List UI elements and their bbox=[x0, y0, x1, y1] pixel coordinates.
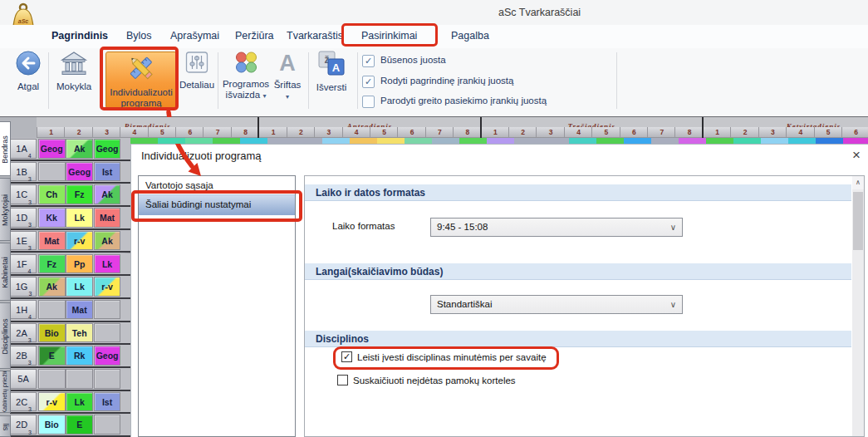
lesson-card-fz[interactable]: Fz bbox=[66, 184, 93, 204]
windows-mode-dropdown[interactable]: Standartiškai ∨ bbox=[430, 295, 683, 314]
close-icon[interactable]: × bbox=[847, 147, 866, 164]
school-button[interactable]: Mokykla bbox=[51, 50, 97, 92]
class-label-1C[interactable]: 1C3 bbox=[10, 184, 37, 204]
scroll-up-icon[interactable]: ∧ bbox=[852, 176, 864, 189]
checkbox-unchecked-icon[interactable] bbox=[362, 96, 375, 108]
lesson-card-geog[interactable]: Geog bbox=[94, 346, 121, 366]
dialog-checkbox-label[interactable]: Leisti įvesti disciplinas minutėmis per … bbox=[357, 352, 547, 362]
customize-program-button[interactable]: Individualizuoti programą bbox=[105, 52, 177, 109]
ruler-pencil-icon bbox=[106, 53, 176, 86]
dialog-checkbox-checked-icon[interactable]: ✓ bbox=[341, 351, 352, 362]
lesson-card-rk[interactable]: Rk bbox=[66, 346, 93, 366]
lesson-card-mat[interactable]: Mat bbox=[94, 208, 121, 228]
lesson-card-ist[interactable]: Ist bbox=[94, 392, 121, 412]
section-heading-time: Laiko ir datos formatas bbox=[305, 184, 851, 201]
dialog-list-item-selected[interactable]: Šaliai būdingi nustatymai bbox=[139, 194, 295, 215]
font-button[interactable]: A Šriftas ▾ bbox=[268, 50, 306, 102]
class-label-1E[interactable]: 1E3 bbox=[10, 231, 37, 251]
sidetab-disciplinos[interactable]: Disciplinos bbox=[0, 302, 11, 369]
lesson-card-ak[interactable]: Ak bbox=[94, 231, 121, 251]
sidetab-bendras[interactable]: Bendras bbox=[0, 121, 11, 176]
class-label-1F[interactable]: 1F4 bbox=[10, 254, 37, 274]
class-label-1A[interactable]: 1A4 bbox=[10, 139, 37, 159]
lesson-card-kk[interactable]: Kk bbox=[38, 208, 66, 228]
menu-tab-tvarkaraštis[interactable]: Tvarkaraštis bbox=[287, 30, 343, 42]
lesson-card-fz[interactable]: Fz bbox=[38, 254, 66, 274]
dropdown-arrow-icon: ▾ bbox=[262, 92, 266, 100]
checkbox-checked-icon[interactable]: ✓ bbox=[362, 76, 375, 88]
lesson-card-geog[interactable]: Geog bbox=[38, 139, 66, 159]
dropdown-arrow-icon: ▾ bbox=[286, 93, 289, 101]
menu-tab-aprašymai[interactable]: Aprašymai bbox=[170, 30, 219, 42]
translate-button[interactable]: ž A Išversti bbox=[312, 50, 351, 93]
scrollbar-thumb[interactable] bbox=[853, 192, 863, 250]
menu-tab-peržiūra[interactable]: Peržiūra bbox=[235, 30, 274, 42]
menu-tab-pagalba[interactable]: Pagalba bbox=[451, 30, 489, 42]
lesson-card-geog[interactable]: Geog bbox=[94, 139, 121, 159]
back-button[interactable]: Atgal bbox=[10, 50, 47, 92]
period-header-cell: 6 bbox=[841, 127, 868, 138]
sidetab-label: Kabinetų priežiūra bbox=[0, 371, 10, 413]
class-label-2B[interactable]: 2B3 bbox=[10, 346, 37, 366]
class-sub-count: 4 bbox=[27, 268, 31, 274]
lesson-card-teh[interactable]: Teh bbox=[66, 323, 93, 343]
lesson-card-mat[interactable]: Mat bbox=[38, 231, 66, 251]
lesson-card-mat[interactable]: Mat bbox=[66, 300, 93, 320]
class-label-1H[interactable]: 1H4 bbox=[10, 300, 37, 320]
sidetab-mokytojai[interactable]: Mokytojai bbox=[0, 178, 11, 241]
menu-tab-pagrindinis[interactable]: Pagrindinis bbox=[51, 30, 108, 42]
lesson-card-bio[interactable]: Bio bbox=[38, 323, 66, 343]
class-label-2D[interactable]: 2D3 bbox=[10, 415, 37, 435]
lesson-card-ak[interactable]: Ak bbox=[38, 277, 66, 297]
menu-tab-pasirinkimai[interactable]: Pasirinkimai bbox=[361, 30, 417, 42]
period-header-cell: 5 bbox=[370, 127, 399, 138]
chevron-down-icon: ∨ bbox=[670, 218, 676, 236]
lesson-card-r-v[interactable]: r-v bbox=[38, 392, 66, 412]
class-label-1D[interactable]: 1D3 bbox=[10, 208, 37, 228]
lesson-card-pp[interactable]: Pp bbox=[66, 254, 93, 274]
dialog-checkbox-label[interactable]: Suskaičiuoti neįdėtas pamokų korteles bbox=[353, 376, 516, 385]
empty-slot bbox=[94, 369, 121, 389]
ribbon-separator bbox=[48, 52, 49, 109]
lesson-card-lk[interactable]: Lk bbox=[66, 208, 93, 228]
lesson-card-e[interactable]: E bbox=[66, 415, 93, 435]
class-sub-count: 3 bbox=[28, 291, 32, 297]
svg-text:aSc: aSc bbox=[18, 18, 29, 24]
lesson-card-lk[interactable]: Lk bbox=[94, 254, 121, 274]
menu-tab-bylos[interactable]: Bylos bbox=[126, 30, 152, 42]
sidetab-kabinetų-priežiūra[interactable]: Kabinetų priežiūra bbox=[0, 371, 11, 413]
lesson-card-ak[interactable]: Ak bbox=[66, 139, 93, 159]
period-header-cell: 5 bbox=[148, 127, 177, 138]
lesson-strip-segment bbox=[679, 138, 706, 144]
class-label-1B[interactable]: 1B3 bbox=[10, 162, 37, 182]
sidetab-kabinetai[interactable]: Kabinetai bbox=[0, 243, 11, 301]
class-sub-count: 3 bbox=[28, 430, 32, 435]
lesson-card-ak[interactable]: Ak bbox=[94, 184, 121, 204]
lesson-card-r-v[interactable]: r-v bbox=[66, 231, 93, 251]
class-label-2A[interactable]: 2A3 bbox=[10, 323, 37, 343]
lesson-card-e[interactable]: E bbox=[38, 346, 66, 366]
dialog-checkbox-unchecked-icon[interactable] bbox=[337, 375, 348, 385]
period-header-cell: 3 bbox=[314, 127, 343, 138]
details-button[interactable]: Detaliau bbox=[178, 50, 216, 91]
time-format-dropdown[interactable]: 9:45 - 15:08 ∨ bbox=[430, 218, 683, 237]
lesson-strip-segment bbox=[706, 138, 733, 144]
lesson-card-bio[interactable]: Bio bbox=[38, 415, 66, 435]
lesson-card-geog[interactable]: Geog bbox=[66, 162, 93, 182]
appearance-button[interactable]: Programos išvaizda ▾ bbox=[219, 50, 272, 101]
class-label-5A[interactable]: 5A bbox=[10, 369, 37, 389]
sidetab-lis[interactable]: lis bbox=[0, 415, 11, 437]
period-header-cell: 1 bbox=[37, 127, 66, 138]
checkbox-checked-icon[interactable]: ✓ bbox=[362, 55, 375, 67]
lesson-strip-segment bbox=[487, 138, 514, 144]
ribbon-checkbox-label: Būsenos juosta bbox=[380, 55, 446, 65]
lesson-card-lk[interactable]: Lk bbox=[66, 392, 93, 412]
lesson-card-ch[interactable]: Ch bbox=[38, 184, 66, 204]
lesson-card-ist[interactable]: Ist bbox=[94, 162, 121, 182]
class-label-1G[interactable]: 1G3 bbox=[10, 277, 37, 297]
dialog-list-item-item[interactable]: Vartotojo sąsaja bbox=[139, 176, 295, 194]
lesson-card-lk[interactable]: Lk bbox=[66, 277, 93, 297]
period-header-cell: 1 bbox=[258, 127, 287, 138]
lesson-card-r-v[interactable]: r-v bbox=[94, 277, 121, 297]
class-label-2C[interactable]: 2C3 bbox=[10, 392, 37, 412]
